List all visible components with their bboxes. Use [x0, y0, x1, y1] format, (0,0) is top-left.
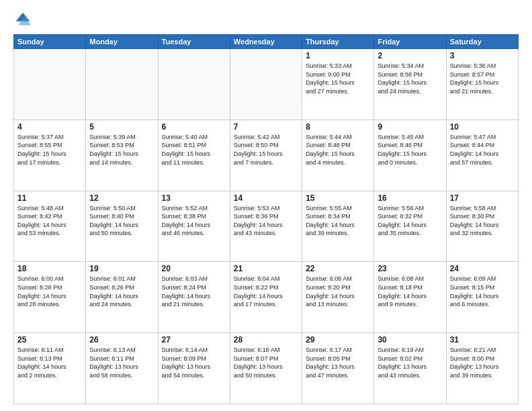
cell-text: Sunrise: 5:33 AM Sunset: 9:00 PM Dayligh…: [306, 62, 370, 95]
calendar-cell: 7Sunrise: 5:42 AM Sunset: 8:50 PM Daylig…: [230, 120, 302, 191]
cell-text: Sunrise: 6:09 AM Sunset: 8:15 PM Dayligh…: [450, 275, 515, 308]
day-number: 12: [89, 193, 154, 203]
calendar-cell: 12Sunrise: 5:50 AM Sunset: 8:40 PM Dayli…: [86, 191, 158, 262]
day-number: 27: [162, 335, 226, 345]
cell-text: Sunrise: 6:06 AM Sunset: 8:20 PM Dayligh…: [306, 275, 370, 308]
day-number: 11: [17, 193, 82, 203]
cell-text: Sunrise: 5:44 AM Sunset: 8:48 PM Dayligh…: [306, 133, 370, 167]
cell-text: Sunrise: 6:08 AM Sunset: 8:18 PM Dayligh…: [378, 275, 442, 308]
day-number: 23: [378, 264, 442, 273]
cell-text: Sunrise: 5:39 AM Sunset: 8:53 PM Dayligh…: [89, 133, 154, 167]
day-header-monday: Monday: [86, 35, 158, 49]
calendar-cell: 18Sunrise: 6:00 AM Sunset: 8:28 PM Dayli…: [14, 262, 86, 333]
calendar-cell: 10Sunrise: 5:47 AM Sunset: 8:44 PM Dayli…: [446, 120, 518, 191]
day-number: 31: [450, 335, 515, 345]
cell-text: Sunrise: 5:40 AM Sunset: 8:51 PM Dayligh…: [162, 133, 226, 167]
day-number: 1: [306, 51, 370, 60]
cell-text: Sunrise: 6:17 AM Sunset: 8:05 PM Dayligh…: [306, 346, 370, 379]
calendar-cell: [86, 49, 158, 120]
day-number: 24: [450, 264, 515, 273]
calendar-week-4: 18Sunrise: 6:00 AM Sunset: 8:28 PM Dayli…: [14, 262, 519, 333]
cell-text: Sunrise: 5:47 AM Sunset: 8:44 PM Dayligh…: [450, 133, 515, 167]
calendar-week-5: 25Sunrise: 6:11 AM Sunset: 8:13 PM Dayli…: [14, 333, 519, 404]
day-number: 22: [306, 264, 370, 273]
calendar-cell: 5Sunrise: 5:39 AM Sunset: 8:53 PM Daylig…: [86, 120, 158, 191]
calendar-cell: 3Sunrise: 5:36 AM Sunset: 8:57 PM Daylig…: [446, 49, 518, 120]
calendar-cell: [230, 49, 302, 120]
cell-text: Sunrise: 6:21 AM Sunset: 8:00 PM Dayligh…: [450, 346, 515, 379]
cell-text: Sunrise: 5:52 AM Sunset: 8:38 PM Dayligh…: [162, 204, 226, 238]
calendar-cell: 14Sunrise: 5:53 AM Sunset: 8:36 PM Dayli…: [230, 191, 302, 262]
day-header-saturday: Saturday: [446, 35, 518, 49]
page: SundayMondayTuesdayWednesdayThursdayFrid…: [0, 0, 532, 411]
cell-text: Sunrise: 5:36 AM Sunset: 8:57 PM Dayligh…: [450, 62, 515, 95]
calendar-cell: 9Sunrise: 5:45 AM Sunset: 8:46 PM Daylig…: [374, 120, 446, 191]
day-number: 10: [450, 122, 515, 132]
day-number: 29: [306, 335, 370, 345]
day-number: 13: [162, 193, 226, 203]
cell-text: Sunrise: 6:01 AM Sunset: 8:26 PM Dayligh…: [89, 275, 154, 308]
day-number: 6: [162, 122, 226, 132]
cell-text: Sunrise: 6:16 AM Sunset: 8:07 PM Dayligh…: [234, 346, 298, 379]
calendar-cell: 15Sunrise: 5:55 AM Sunset: 8:34 PM Dayli…: [302, 191, 374, 262]
calendar-cell: 21Sunrise: 6:04 AM Sunset: 8:22 PM Dayli…: [230, 262, 302, 333]
day-number: 30: [378, 335, 442, 345]
calendar-cell: 23Sunrise: 6:08 AM Sunset: 8:18 PM Dayli…: [374, 262, 446, 333]
day-number: 19: [89, 264, 154, 273]
calendar-week-3: 11Sunrise: 5:48 AM Sunset: 8:42 PM Dayli…: [14, 191, 519, 262]
cell-text: Sunrise: 5:45 AM Sunset: 8:46 PM Dayligh…: [378, 133, 442, 167]
calendar-header-row: SundayMondayTuesdayWednesdayThursdayFrid…: [14, 35, 519, 49]
calendar-cell: 6Sunrise: 5:40 AM Sunset: 8:51 PM Daylig…: [158, 120, 230, 191]
cell-text: Sunrise: 6:14 AM Sunset: 8:09 PM Dayligh…: [162, 346, 226, 379]
cell-text: Sunrise: 6:11 AM Sunset: 8:13 PM Dayligh…: [17, 346, 82, 379]
day-number: 7: [234, 122, 298, 132]
logo-icon: [13, 10, 32, 29]
day-header-thursday: Thursday: [302, 35, 374, 49]
cell-text: Sunrise: 5:34 AM Sunset: 8:58 PM Dayligh…: [378, 62, 442, 95]
day-number: 25: [17, 335, 82, 345]
cell-text: Sunrise: 5:58 AM Sunset: 8:30 PM Dayligh…: [450, 204, 515, 238]
calendar-week-1: 1Sunrise: 5:33 AM Sunset: 9:00 PM Daylig…: [14, 49, 519, 120]
calendar-cell: 24Sunrise: 6:09 AM Sunset: 8:15 PM Dayli…: [446, 262, 518, 333]
cell-text: Sunrise: 5:53 AM Sunset: 8:36 PM Dayligh…: [234, 204, 298, 238]
day-header-friday: Friday: [374, 35, 446, 49]
cell-text: Sunrise: 6:03 AM Sunset: 8:24 PM Dayligh…: [162, 275, 226, 308]
cell-text: Sunrise: 5:48 AM Sunset: 8:42 PM Dayligh…: [17, 204, 82, 238]
calendar-cell: 20Sunrise: 6:03 AM Sunset: 8:24 PM Dayli…: [158, 262, 230, 333]
day-number: 28: [234, 335, 298, 345]
cell-text: Sunrise: 5:42 AM Sunset: 8:50 PM Dayligh…: [234, 133, 298, 167]
day-number: 4: [17, 122, 82, 132]
cell-text: Sunrise: 6:19 AM Sunset: 8:02 PM Dayligh…: [378, 346, 442, 379]
day-number: 16: [378, 193, 442, 203]
day-number: 26: [89, 335, 154, 345]
day-number: 20: [162, 264, 226, 273]
calendar-cell: 1Sunrise: 5:33 AM Sunset: 9:00 PM Daylig…: [302, 49, 374, 120]
day-number: 3: [450, 51, 515, 60]
calendar-cell: 26Sunrise: 6:13 AM Sunset: 8:11 PM Dayli…: [86, 333, 158, 404]
day-number: 17: [450, 193, 515, 203]
header: [13, 10, 519, 29]
calendar-cell: 30Sunrise: 6:19 AM Sunset: 8:02 PM Dayli…: [374, 333, 446, 404]
calendar-cell: 19Sunrise: 6:01 AM Sunset: 8:26 PM Dayli…: [86, 262, 158, 333]
day-number: 14: [234, 193, 298, 203]
day-number: 18: [17, 264, 82, 273]
calendar-cell: [158, 49, 230, 120]
calendar-cell: 16Sunrise: 5:56 AM Sunset: 8:32 PM Dayli…: [374, 191, 446, 262]
calendar-cell: 29Sunrise: 6:17 AM Sunset: 8:05 PM Dayli…: [302, 333, 374, 404]
calendar-table: SundayMondayTuesdayWednesdayThursdayFrid…: [13, 34, 519, 404]
calendar-cell: 25Sunrise: 6:11 AM Sunset: 8:13 PM Dayli…: [14, 333, 86, 404]
calendar-cell: 31Sunrise: 6:21 AM Sunset: 8:00 PM Dayli…: [446, 333, 518, 404]
calendar-cell: 4Sunrise: 5:37 AM Sunset: 8:55 PM Daylig…: [14, 120, 86, 191]
day-header-tuesday: Tuesday: [158, 35, 230, 49]
calendar-cell: 22Sunrise: 6:06 AM Sunset: 8:20 PM Dayli…: [302, 262, 374, 333]
calendar-cell: 13Sunrise: 5:52 AM Sunset: 8:38 PM Dayli…: [158, 191, 230, 262]
calendar-cell: 8Sunrise: 5:44 AM Sunset: 8:48 PM Daylig…: [302, 120, 374, 191]
calendar-cell: 2Sunrise: 5:34 AM Sunset: 8:58 PM Daylig…: [374, 49, 446, 120]
calendar-cell: 17Sunrise: 5:58 AM Sunset: 8:30 PM Dayli…: [446, 191, 518, 262]
cell-text: Sunrise: 5:55 AM Sunset: 8:34 PM Dayligh…: [306, 204, 370, 238]
calendar-cell: 11Sunrise: 5:48 AM Sunset: 8:42 PM Dayli…: [14, 191, 86, 262]
calendar-cell: [14, 49, 86, 120]
cell-text: Sunrise: 6:13 AM Sunset: 8:11 PM Dayligh…: [89, 346, 154, 379]
day-number: 8: [306, 122, 370, 132]
day-number: 2: [378, 51, 442, 60]
